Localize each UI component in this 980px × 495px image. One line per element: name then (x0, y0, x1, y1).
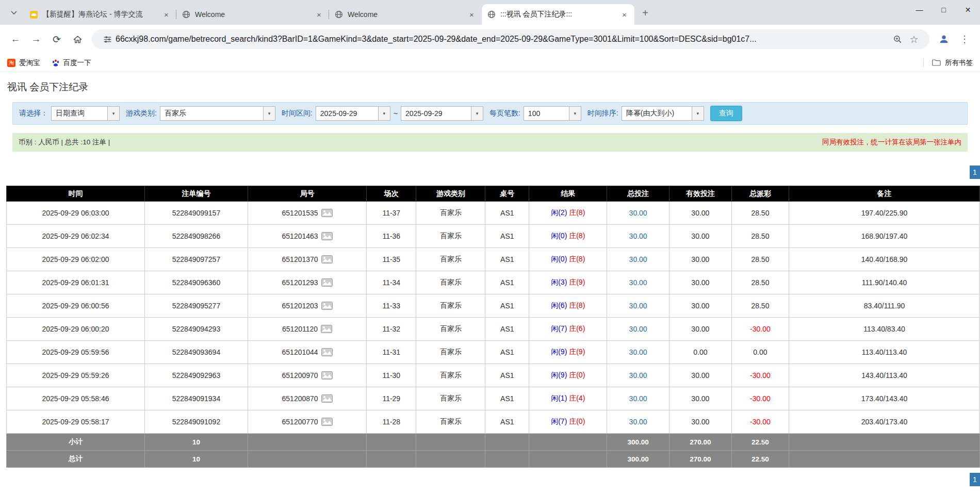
chevron-down-icon[interactable]: ▾ (471, 107, 483, 120)
date-end-select[interactable]: 2025-09-29 ▾ (401, 106, 483, 121)
total-valid-bet: 270.00 (669, 451, 732, 468)
round-preview-icon[interactable] (321, 418, 333, 426)
total-bet-link[interactable]: 30.00 (629, 232, 647, 240)
cell-total-bet: 30.00 (607, 364, 669, 387)
minimize-button[interactable]: — (907, 0, 932, 20)
total-bet-link[interactable]: 30.00 (629, 348, 647, 356)
back-button[interactable]: ← (6, 30, 25, 48)
cell-game-type: 百家乐 (416, 410, 485, 434)
maximize-button[interactable]: □ (932, 0, 956, 20)
cell-result: 闲(1) 庄(4) (529, 387, 607, 410)
total-bet-link[interactable]: 30.00 (629, 209, 647, 217)
chevron-down-icon[interactable]: ▾ (378, 107, 390, 120)
tab-search-button[interactable] (6, 5, 22, 21)
round-preview-icon[interactable] (321, 232, 333, 240)
cell-valid-bet: 30.00 (669, 364, 732, 387)
chevron-down-icon[interactable]: ▾ (692, 107, 704, 120)
table-row: 2025-09-29 06:03:00 522849099157 6512015… (7, 202, 980, 225)
col-header-round-id: 局号 (248, 186, 366, 202)
total-bet-link[interactable]: 30.00 (629, 255, 647, 263)
cell-game-type: 百家乐 (416, 318, 485, 341)
result-player: 闲(7) (551, 324, 567, 333)
cell-payout: -30.00 (731, 364, 789, 387)
total-bet-link[interactable]: 30.00 (629, 418, 647, 426)
game-type-select[interactable]: 百家乐 ▾ (160, 106, 275, 121)
round-preview-icon[interactable] (321, 394, 333, 403)
tab-close-icon[interactable]: × (467, 10, 477, 20)
reload-button[interactable]: ⟳ (47, 30, 66, 48)
bookmark-item-baidu[interactable]: 百度一下 (52, 58, 91, 68)
total-label: 总计 (7, 451, 145, 468)
result-banker: 庄(6) (569, 324, 585, 333)
cell-session: 11-37 (367, 202, 416, 225)
forward-button[interactable]: → (27, 30, 45, 48)
subtotal-payout: 22.50 (731, 434, 789, 451)
date-start-select[interactable]: 2025-09-29 ▾ (316, 106, 390, 121)
cell-bet-id: 522849091934 (144, 387, 248, 410)
home-button[interactable] (68, 30, 87, 48)
menu-kebab-icon[interactable]: ⋮ (955, 30, 974, 48)
bookmark-star-icon[interactable]: ☆ (908, 34, 920, 45)
cell-table-id: AS1 (485, 387, 529, 410)
pagination-bottom: 1 (0, 473, 980, 486)
chevron-down-icon[interactable]: ▾ (569, 107, 581, 120)
page-size-label: 每页笔数: (489, 109, 520, 118)
chevron-down-icon[interactable]: ▾ (263, 107, 275, 120)
cell-table-id: AS1 (485, 341, 529, 364)
site-info-icon[interactable] (102, 34, 113, 45)
tab-close-icon[interactable]: × (161, 10, 171, 20)
address-bar[interactable]: 66cxkj98.com/game/betrecord_search/kind3… (92, 29, 929, 49)
bet-table-body: 2025-09-29 06:03:00 522849099157 6512015… (7, 202, 980, 434)
round-preview-icon[interactable] (321, 255, 333, 263)
sort-select[interactable]: 降幂(由大到小) ▾ (622, 106, 704, 121)
close-button[interactable]: ✕ (956, 0, 980, 20)
cell-payout: 28.50 (731, 248, 789, 271)
tab-close-icon[interactable]: × (619, 10, 629, 20)
cell-time: 2025-09-29 06:03:00 (7, 202, 145, 225)
url-text[interactable]: 66cxkj98.com/game/betrecord_search/kind3… (116, 35, 889, 44)
total-bet-link[interactable]: 30.00 (629, 278, 647, 287)
pagination-page-button[interactable]: 1 (970, 473, 980, 486)
new-tab-button[interactable]: + (638, 5, 653, 21)
round-preview-icon[interactable] (321, 278, 333, 287)
tab-close-icon[interactable]: × (314, 10, 324, 20)
search-button[interactable]: 查询 (710, 106, 742, 121)
subtotal-count: 10 (144, 434, 248, 451)
tab-title: :::视讯 会员下注纪录::: (500, 10, 615, 19)
cell-time: 2025-09-29 05:58:17 (7, 410, 145, 434)
table-row: 2025-09-29 06:02:00 522849097257 6512013… (7, 248, 980, 271)
browser-toolbar: ← → ⟳ 66cxkj98.com/game/betrecord_search… (0, 25, 980, 54)
browser-tab-3[interactable]: Welcome × (329, 4, 482, 25)
round-preview-icon[interactable] (321, 302, 333, 310)
cell-valid-bet: 30.00 (669, 202, 732, 225)
cell-payout: -30.00 (731, 318, 789, 341)
taobao-icon: 淘 (7, 59, 15, 67)
table-row: 2025-09-29 06:01:31 522849096360 6512012… (7, 271, 980, 294)
total-bet-link[interactable]: 30.00 (629, 394, 647, 403)
result-banker: 庄(0) (569, 371, 585, 379)
pagination-page-button[interactable]: 1 (970, 166, 980, 179)
round-preview-icon[interactable] (321, 348, 333, 356)
round-preview-icon[interactable] (321, 325, 332, 333)
page-size-select[interactable]: 100 ▾ (524, 106, 581, 121)
browser-tab-2[interactable]: Welcome × (176, 4, 329, 25)
total-bet-link[interactable]: 30.00 (629, 302, 647, 310)
total-row: 总计 10 300.00 270.00 22.50 (7, 451, 980, 468)
total-bet-link[interactable]: 30.00 (629, 325, 647, 333)
chevron-down-icon (11, 11, 17, 15)
browser-tab-1[interactable]: 【新提醒】海燕论坛 - 博学交流 × (24, 4, 176, 25)
cell-payout: 28.50 (731, 202, 789, 225)
cell-session: 11-35 (367, 248, 416, 271)
chevron-down-icon[interactable]: ▾ (107, 107, 119, 120)
round-preview-icon[interactable] (321, 209, 333, 217)
total-bet-link[interactable]: 30.00 (629, 371, 647, 380)
profile-icon[interactable] (935, 30, 953, 48)
zoom-icon[interactable] (892, 34, 903, 45)
all-bookmarks[interactable]: 所有书签 (923, 58, 973, 68)
table-row: 2025-09-29 05:58:17 522849091092 6512007… (7, 410, 980, 434)
cell-result: 闲(6) 庄(8) (529, 294, 607, 318)
browser-tab-4[interactable]: :::视讯 会员下注纪录::: × (482, 4, 634, 25)
query-type-select[interactable]: 日期查询 ▾ (51, 106, 120, 121)
bookmark-item-aitaobao[interactable]: 淘 爱淘宝 (7, 58, 40, 68)
round-preview-icon[interactable] (321, 371, 333, 380)
